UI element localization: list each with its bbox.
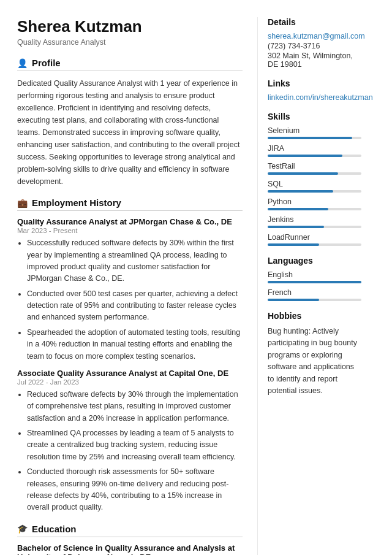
skill-name: LoadRunner bbox=[268, 233, 361, 242]
links-title: Links bbox=[268, 78, 361, 88]
employment-label: Employment History bbox=[32, 197, 121, 208]
job1-bullet2: Conducted over 500 test cases per quarte… bbox=[27, 288, 243, 324]
job1-bullets: Successfully reduced software defects by… bbox=[17, 237, 243, 362]
skill-bar-fill bbox=[268, 172, 338, 175]
details-title: Details bbox=[268, 17, 361, 27]
job2-date: Jul 2022 - Jan 2023 bbox=[17, 378, 243, 386]
skill-bar-bg bbox=[268, 226, 361, 228]
skill-item: SQL bbox=[268, 180, 361, 193]
skill-item: TestRail bbox=[268, 162, 361, 175]
name: Sherea Kutzman bbox=[17, 17, 243, 36]
languages-section: Languages English French bbox=[268, 256, 361, 301]
education-icon: 🎓 bbox=[17, 524, 28, 534]
language-bar-fill bbox=[268, 281, 361, 283]
skill-bar-fill bbox=[268, 208, 328, 210]
skill-bar-bg bbox=[268, 155, 361, 157]
profile-label: Profile bbox=[32, 58, 61, 68]
skill-name: TestRail bbox=[268, 162, 361, 170]
address-text: 302 Main St, Wilmington, DE 19801 bbox=[268, 52, 361, 69]
job2-bullet3: Conducted thorough risk assessments for … bbox=[27, 466, 243, 514]
profile-section: 👤 Profile Dedicated Quality Assurance An… bbox=[17, 58, 243, 188]
skill-name: Jenkins bbox=[268, 215, 361, 224]
skill-item: Selenium bbox=[268, 126, 361, 139]
phone-text: (723) 734-3716 bbox=[268, 42, 361, 50]
language-bar-fill bbox=[268, 299, 319, 301]
language-name: English bbox=[268, 270, 361, 279]
profile-header: 👤 Profile bbox=[17, 58, 243, 71]
language-item: French bbox=[268, 288, 361, 301]
hobbies-title: Hobbies bbox=[268, 311, 361, 321]
skill-bar-bg bbox=[268, 172, 361, 175]
linkedin-link[interactable]: linkedin.com/in/shereakutzman bbox=[268, 93, 361, 102]
edu1-title: Bachelor of Science in Quality Assurance… bbox=[17, 543, 243, 555]
skill-bar-bg bbox=[268, 243, 361, 246]
profile-text: Dedicated Quality Assurance Analyst with… bbox=[17, 77, 243, 188]
skill-name: JIRA bbox=[268, 144, 361, 153]
skill-bar-fill bbox=[268, 137, 352, 139]
skill-item: Jenkins bbox=[268, 215, 361, 228]
language-bar-bg bbox=[268, 281, 361, 283]
language-name: French bbox=[268, 288, 361, 297]
job1-title: Quality Assurance Analyst at JPMorgan Ch… bbox=[17, 217, 243, 226]
education-section: 🎓 Education Bachelor of Science in Quali… bbox=[17, 524, 243, 555]
hobbies-section: Hobbies Bug hunting: Actively participat… bbox=[268, 311, 361, 397]
employment-header: 💼 Employment History bbox=[17, 197, 243, 211]
job-title-header: Quality Assurance Analyst bbox=[17, 38, 243, 47]
skill-item: Python bbox=[268, 197, 361, 210]
job1-bullet1: Successfully reduced software defects by… bbox=[27, 237, 243, 285]
links-section: Links linkedin.com/in/shereakutzman bbox=[268, 78, 361, 102]
job1-bullet3: Spearheaded the adoption of automated te… bbox=[27, 327, 243, 362]
skill-bar-fill bbox=[268, 226, 324, 228]
details-section: Details sherea.kutzman@gmail.com (723) 7… bbox=[268, 17, 361, 69]
skill-bar-bg bbox=[268, 208, 361, 210]
skill-item: JIRA bbox=[268, 144, 361, 157]
skill-bar-bg bbox=[268, 137, 361, 139]
skill-bar-fill bbox=[268, 243, 319, 246]
job2-bullet1: Reduced software defects by 30% through … bbox=[27, 389, 243, 424]
skill-name: SQL bbox=[268, 180, 361, 188]
email-link[interactable]: sherea.kutzman@gmail.com bbox=[268, 32, 361, 40]
skill-name: Selenium bbox=[268, 126, 361, 135]
skills-title: Skills bbox=[268, 112, 361, 121]
skill-name: Python bbox=[268, 197, 361, 206]
job1-date: Mar 2023 - Present bbox=[17, 227, 243, 234]
language-item: English bbox=[268, 270, 361, 283]
language-bar-bg bbox=[268, 299, 361, 301]
skill-bar-fill bbox=[268, 190, 333, 193]
employment-icon: 💼 bbox=[17, 198, 28, 208]
skills-section: Skills Selenium JIRA TestRail SQL Python bbox=[268, 112, 361, 246]
employment-section: 💼 Employment History Quality Assurance A… bbox=[17, 197, 243, 514]
job2-bullet2: Streamlined QA processes by leading a te… bbox=[27, 427, 243, 463]
job2-bullets: Reduced software defects by 30% through … bbox=[17, 389, 243, 514]
languages-title: Languages bbox=[268, 256, 361, 266]
job2-title: Associate Quality Assurance Analyst at C… bbox=[17, 369, 243, 378]
profile-icon: 👤 bbox=[17, 58, 28, 68]
hobbies-text: Bug hunting: Actively participating in b… bbox=[268, 326, 361, 397]
skill-bar-fill bbox=[268, 155, 342, 157]
skill-bar-bg bbox=[268, 190, 361, 193]
education-label: Education bbox=[32, 524, 77, 534]
education-header: 🎓 Education bbox=[17, 524, 243, 537]
skill-item: LoadRunner bbox=[268, 233, 361, 246]
